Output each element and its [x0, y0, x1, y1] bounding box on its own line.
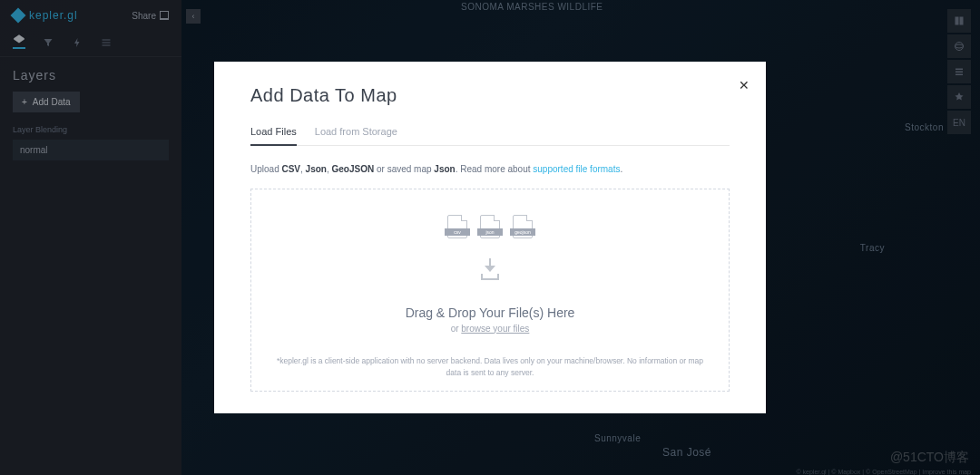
modal-title: Add Data To Map: [250, 85, 730, 106]
tab-load-storage[interactable]: Load from Storage: [315, 126, 397, 145]
upload-instructions: Upload CSV, Json, GeoJSON or saved map J…: [250, 164, 730, 174]
file-type-icons: csv json geojson: [262, 215, 718, 238]
map-attribution: © kepler.gl | © Mapbox | © OpenStreetMap…: [796, 469, 971, 475]
file-dropzone[interactable]: csv json geojson Drag & Drop Your File(s…: [250, 189, 730, 393]
tab-load-files[interactable]: Load Files: [250, 126, 297, 146]
drop-text: Drag & Drop Your File(s) Here: [262, 305, 718, 320]
modal-tabs: Load Files Load from Storage: [250, 126, 730, 146]
browse-files-link[interactable]: browse your files: [461, 324, 529, 334]
close-button[interactable]: ✕: [739, 78, 750, 92]
watermark: @51CTO博客: [890, 450, 969, 466]
csv-file-icon: csv: [447, 215, 467, 238]
modal-overlay[interactable]: ✕ Add Data To Map Load Files Load from S…: [0, 0, 980, 475]
json-file-icon: json: [480, 215, 500, 238]
browse-text: or browse your files: [262, 324, 718, 334]
add-data-modal: ✕ Add Data To Map Load Files Load from S…: [214, 62, 766, 414]
close-icon: ✕: [739, 78, 750, 92]
disclaimer-text: *kepler.gl is a client-side application …: [262, 355, 718, 379]
geojson-file-icon: geojson: [513, 215, 533, 238]
download-icon: [479, 258, 501, 280]
supported-formats-link[interactable]: supported file formats: [533, 164, 620, 174]
